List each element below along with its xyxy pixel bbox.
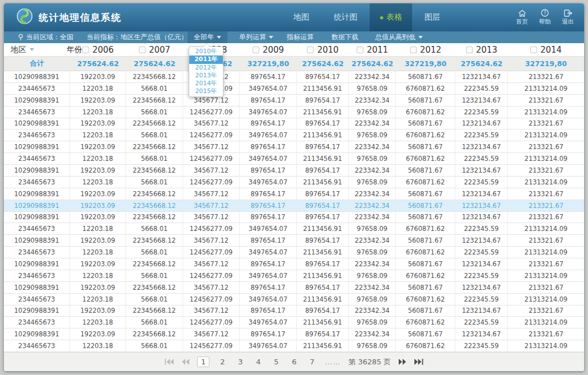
page-number[interactable]: 2 [217, 357, 227, 367]
year-checkbox[interactable] [466, 47, 473, 53]
year-checkbox[interactable] [410, 47, 417, 53]
table-row[interactable]: 23446567312203.185668.0112456277.0934976… [4, 107, 584, 118]
page-number[interactable]: 4 [253, 357, 263, 367]
table-cell: 560871.67 [396, 305, 455, 317]
page-number[interactable]: 5 [271, 357, 281, 367]
table-cell: 5668.01 [126, 317, 183, 328]
table-row[interactable]: 10290988391192203.0922345668.12345677.12… [4, 212, 584, 224]
table-row[interactable]: 10290988391192203.0922345668.12345677.12… [4, 118, 584, 130]
total-value-cell: 275624.62 [455, 59, 508, 68]
page-number[interactable]: 7 [307, 357, 317, 367]
table-cell: 10290988391 [4, 235, 70, 246]
table-cell: 897654.17 [297, 71, 349, 82]
main-nav: 地图统计图◆表格图层 [281, 3, 452, 31]
table-cell: 6760871.62 [396, 294, 455, 305]
page-number[interactable]: 3 [235, 357, 245, 367]
year-column-header: 2007 [126, 45, 183, 55]
table-row[interactable]: 10290988391192203.0922345668.12345677.12… [4, 188, 584, 200]
table-row[interactable]: 23446567312203.185668.0112456277.0934976… [4, 270, 584, 282]
table-row[interactable]: 23446567312203.185668.0112456277.0934976… [4, 83, 584, 95]
table-row[interactable]: 10290988391192203.0922345668.12345677.12… [4, 328, 584, 340]
nav-tab-map[interactable]: 地图 [281, 3, 321, 31]
toolbar-menu-column-ops[interactable]: 单列运算 [239, 31, 273, 43]
table-row[interactable]: 10290988391192203.0922345668.12345677.12… [4, 165, 584, 177]
table-cell: 897654.17 [297, 258, 349, 270]
table-cell: 12456277.09 [183, 129, 240, 141]
table-cell: 12203.18 [70, 317, 126, 328]
year-row-label: 年份 [67, 43, 82, 56]
table-cell: 213321.67 [508, 282, 584, 293]
table-row[interactable]: 10290988391192203.0922345668.12345677.12… [4, 95, 584, 107]
total-value-cell: 327219,80 [396, 59, 455, 68]
year-option-selected[interactable]: 2011年 [189, 55, 223, 63]
table-row[interactable]: 23446567312203.185668.0112456277.0934976… [4, 340, 584, 352]
year-checkbox[interactable] [253, 47, 259, 53]
action-label: 帮助 [539, 18, 551, 26]
table-row[interactable]: 23446567312203.185668.0112456277.0934976… [4, 294, 584, 305]
table-row[interactable]: 10290988391192203.0922345668.12345677.12… [4, 141, 584, 153]
table-cell: 22345668.12 [126, 282, 183, 293]
nav-tab-layers[interactable]: 图层 [412, 3, 452, 31]
table-cell: 12456277.09 [183, 340, 240, 351]
table-row[interactable]: 10290988391192203.0922345668.12345677.12… [4, 71, 584, 83]
year-option[interactable]: 2010年 [189, 48, 223, 55]
table-cell: 21313214.09 [508, 153, 584, 164]
year-checkbox[interactable] [357, 47, 363, 53]
table-cell: 22345668.12 [126, 71, 183, 82]
year-checkbox[interactable] [307, 47, 314, 53]
year-filter-button[interactable]: 全部年 [188, 31, 227, 43]
year-checkbox[interactable] [530, 47, 537, 53]
table-cell: 21313214.09 [508, 223, 584, 234]
region-column-header[interactable]: 地区 [4, 45, 70, 55]
table-cell: 222345.59 [455, 129, 508, 141]
table-cell: 897654.17 [297, 165, 349, 176]
table-row[interactable]: 23446567312203.185668.0112456277.0934976… [4, 247, 584, 258]
table-row[interactable]: 10290988391192203.0922345668.12345677.12… [4, 305, 584, 317]
table-row[interactable]: 23446567312203.185668.0112456277.0934976… [4, 317, 584, 328]
table-cell: 12203.18 [70, 153, 126, 164]
table-cell: 223342.34 [349, 258, 396, 270]
nav-tab-chart[interactable]: 统计图 [321, 3, 370, 31]
table-row[interactable]: 10290988391192203.0922345668.12345677.12… [4, 282, 584, 294]
home-button[interactable]: 首页 [515, 10, 529, 26]
toolbar-menu-download[interactable]: 数据下载 [332, 31, 358, 43]
table-cell: 22345668.12 [126, 141, 183, 152]
table-cell: 345677.12 [183, 282, 240, 293]
table-row[interactable]: 10290988391192203.0922345668.12345677.12… [4, 235, 584, 247]
table-cell: 97658.09 [349, 340, 396, 351]
table-row[interactable]: 23446567312203.185668.0112456277.0934976… [4, 223, 584, 235]
table-cell: 560871.67 [396, 95, 455, 106]
year-checkbox[interactable] [139, 47, 146, 53]
year-option[interactable]: 2015年 [189, 87, 223, 95]
table-cell: 10290988391 [4, 258, 70, 270]
first-page-button[interactable] [165, 359, 174, 365]
year-option[interactable]: 2012年 [189, 64, 223, 72]
year-checkbox[interactable] [82, 47, 89, 53]
next-page-button[interactable] [399, 359, 407, 365]
table-cell: 1232134.67 [455, 71, 508, 82]
toolbar-menu-indicator-ops[interactable]: 指标运算 [287, 31, 314, 43]
total-value-cell: 275624.62 [349, 59, 396, 68]
table-row[interactable]: 23446567312203.185668.0112456277.0934976… [4, 177, 584, 188]
year-column-label: 2011 [367, 45, 388, 55]
page-background: 统计地理信息系统 地图统计图◆表格图层 首页?帮助退出 当前区域：全国 当前指标… [0, 0, 588, 375]
table-row[interactable]: 23446567312203.185668.0112456277.0934976… [4, 153, 584, 165]
table-cell: 21313214.09 [508, 317, 584, 328]
table-cell: 213321.67 [508, 212, 584, 223]
last-page-button[interactable] [414, 359, 423, 365]
page-number-current[interactable]: 1 [197, 357, 209, 367]
toolbar-menu-sort-order[interactable]: 总值从高到低 [375, 31, 423, 43]
table-cell: 5668.01 [126, 129, 183, 141]
table-row[interactable]: 23446567312203.185668.0112456277.0934976… [4, 129, 584, 141]
table-cell: 12203.18 [70, 294, 126, 305]
table-row-selected[interactable]: 10290988391192203.0922345668.12345677.12… [4, 200, 584, 212]
table-row[interactable]: 10290988391192203.0922345668.12345677.12… [4, 258, 584, 270]
previous-page-button[interactable] [181, 359, 189, 365]
page-number[interactable]: 6 [289, 357, 299, 367]
year-option[interactable]: 2013年 [189, 72, 223, 80]
table-cell: 5668.01 [126, 270, 183, 281]
logout-button[interactable]: 退出 [561, 10, 575, 26]
nav-tab-table[interactable]: ◆表格 [370, 3, 412, 31]
help-button[interactable]: ?帮助 [538, 9, 552, 26]
year-option[interactable]: 2014年 [189, 80, 223, 87]
